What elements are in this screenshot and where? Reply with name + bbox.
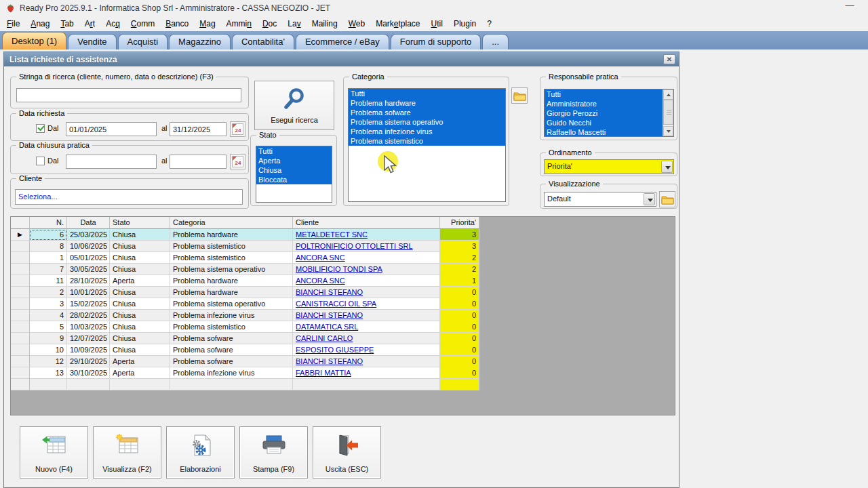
menu-tab[interactable]: Tab <box>55 18 79 30</box>
client-link[interactable]: BIANCHI STEFANO <box>296 357 363 365</box>
cell-cliente[interactable]: ANCORA SNC <box>293 252 440 264</box>
responsabile-listbox[interactable]: TuttiAmministratoreGiorgio PerozziGuido … <box>544 89 674 137</box>
menu-marketplace[interactable]: Marketplace <box>370 18 425 30</box>
row-selector-cell[interactable] <box>11 298 30 310</box>
column-header-priorita[interactable]: Priorita' <box>440 217 479 229</box>
esegui-ricerca-button[interactable]: Esegui ricerca <box>254 81 334 130</box>
stato-listbox[interactable]: TuttiApertaChiusaBloccata <box>256 146 332 203</box>
menu-util[interactable]: Util <box>426 18 448 30</box>
visualizza-f2-button[interactable]: Visualizza (F2) <box>93 426 161 479</box>
ordinamento-combobox[interactable]: Priorita' <box>544 159 674 174</box>
responsabile-option[interactable]: Giorgio Perozzi <box>545 108 663 118</box>
current-row-marker-icon[interactable]: ▶ <box>11 229 30 241</box>
scrollbar-thumb[interactable] <box>663 100 673 125</box>
categoria-option[interactable]: Problema sistema operativo <box>349 117 505 127</box>
table-row[interactable]: 315/02/2025ChiusaProblema sistema operat… <box>11 298 675 310</box>
scroll-down-icon[interactable] <box>663 126 673 136</box>
close-icon[interactable]: ✕ <box>663 54 675 64</box>
close-date-to-input[interactable] <box>170 155 226 169</box>
chevron-down-icon[interactable] <box>661 161 673 173</box>
client-select-field[interactable]: Seleziona... <box>15 189 243 205</box>
menu-mag[interactable]: Mag <box>194 18 220 30</box>
stato-option[interactable]: Tutti <box>256 146 332 156</box>
table-row[interactable]: 105/01/2025ChiusaProblema sistemisticoAN… <box>11 252 675 264</box>
nuovo-f4-button[interactable]: Nuovo (F4) <box>20 426 88 479</box>
requests-table[interactable]: N.DataStatoCategoriaClientePriorita'▶625… <box>10 216 675 415</box>
categoria-option[interactable]: Problema sistemistico <box>349 136 505 146</box>
cell-cliente[interactable]: ESPOSITO GIUSEPPE <box>293 344 440 356</box>
chevron-down-icon[interactable] <box>644 193 655 205</box>
tab-forum-di-supporto[interactable]: Forum di supporto <box>391 34 481 49</box>
row-selector-cell[interactable] <box>11 241 30 252</box>
cell-cliente[interactable]: FABBRI MATTIA <box>293 367 440 379</box>
categoria-option[interactable]: Problema infezione virus <box>349 127 505 136</box>
row-selector-cell[interactable] <box>11 344 30 356</box>
client-link[interactable]: ANCORA SNC <box>296 277 345 285</box>
menu-file[interactable]: File <box>1 18 25 30</box>
client-link[interactable]: METALDETECT SNC <box>296 230 368 239</box>
categoria-option[interactable]: Tutti <box>349 89 505 98</box>
row-selector-cell[interactable] <box>11 379 30 390</box>
client-link[interactable]: POLTRONIFICIO OTTOLETTI SRL <box>296 242 413 250</box>
table-row[interactable]: 730/05/2025ChiusaProblema sistema operat… <box>11 264 675 275</box>
visualizzazione-combobox[interactable]: Default <box>544 192 656 207</box>
row-selector-cell[interactable] <box>11 310 30 321</box>
request-date-from-input[interactable] <box>66 122 157 136</box>
responsabile-scrollbar[interactable] <box>663 89 673 136</box>
visualizzazione-folder-icon[interactable] <box>659 191 675 207</box>
row-selector-cell[interactable] <box>11 264 30 275</box>
close-date-calendar-icon[interactable]: 24 <box>230 154 245 169</box>
responsabile-option[interactable]: Raffaello Mascetti <box>545 127 663 137</box>
stato-option[interactable]: Chiusa <box>256 165 332 175</box>
menu-lav[interactable]: Lav <box>282 18 306 30</box>
tab-magazzino[interactable]: Magazzino <box>169 34 231 49</box>
table-row[interactable]: 912/07/2025ChiusaProblema sofwareCARLINI… <box>11 333 675 344</box>
tab-more[interactable]: ... <box>482 34 509 49</box>
dialog-titlebar[interactable]: Lista richieste di assistenza ✕ <box>4 52 679 66</box>
column-header-data[interactable]: Data <box>67 217 110 229</box>
responsabile-option[interactable]: Guido Necchi <box>545 118 663 127</box>
client-link[interactable]: BIANCHI STEFANO <box>296 311 363 319</box>
client-link[interactable]: ANCORA SNC <box>296 253 345 262</box>
minimize-button[interactable]: — <box>840 0 860 14</box>
client-link[interactable]: BIANCHI STEFANO <box>296 288 363 296</box>
menu-help[interactable]: ? <box>481 18 497 30</box>
table-row[interactable]: ▶625/03/2025ChiusaProblema hardwareMETAL… <box>11 229 675 241</box>
row-selector-cell[interactable] <box>11 367 30 379</box>
cell-cliente[interactable]: CANISTRACCI OIL SPA <box>293 298 440 310</box>
table-row[interactable]: 1128/10/2025ApertaProblema hardwareANCOR… <box>11 275 675 287</box>
request-date-calendar-icon[interactable]: 24 <box>230 121 245 137</box>
categoria-folder-icon[interactable] <box>511 87 528 104</box>
column-header-n[interactable]: N. <box>30 217 67 229</box>
cell-cliente[interactable]: DATAMATICA SRL <box>293 321 440 333</box>
cell-cliente[interactable]: CARLINI CARLO <box>293 333 440 344</box>
stato-option[interactable]: Aperta <box>256 156 332 165</box>
menu-comm[interactable]: Comm <box>125 18 160 30</box>
table-row[interactable]: 1229/10/2025ApertaProblema sofwareBIANCH… <box>11 356 675 367</box>
menu-web[interactable]: Web <box>343 18 370 30</box>
uscita-esc-button[interactable]: Uscita (ESC) <box>313 426 381 479</box>
cell-cliente[interactable]: BIANCHI STEFANO <box>293 310 440 321</box>
column-header-stato[interactable]: Stato <box>110 217 170 229</box>
menu-anag[interactable]: Anag <box>25 18 55 30</box>
close-date-dal-checkbox[interactable] <box>36 157 45 165</box>
menu-mailing[interactable]: Mailing <box>307 18 343 30</box>
stampa-f9-button[interactable]: Stampa (F9) <box>239 426 308 479</box>
client-link[interactable]: FABBRI MATTIA <box>296 369 351 377</box>
table-row[interactable]: 510/03/2025ChiusaProblema sistemisticoDA… <box>11 321 675 333</box>
row-selector-cell[interactable] <box>11 333 30 344</box>
row-selector-cell[interactable] <box>11 252 30 264</box>
client-link[interactable]: DATAMATICA SRL <box>296 323 358 331</box>
responsabile-option[interactable]: Amministratore <box>545 99 663 108</box>
close-date-from-input[interactable] <box>66 155 157 169</box>
row-selector-cell[interactable] <box>11 321 30 333</box>
responsabile-option[interactable]: Tutti <box>545 89 663 99</box>
menu-art[interactable]: Art <box>79 18 100 30</box>
menu-banco[interactable]: Banco <box>160 18 194 30</box>
scroll-up-icon[interactable] <box>663 89 673 100</box>
tab-ecommerce-ebay[interactable]: Ecommerce / eBay <box>296 34 389 49</box>
row-selector-cell[interactable] <box>11 287 30 298</box>
table-empty-row[interactable] <box>11 379 675 390</box>
stato-option[interactable]: Bloccata <box>256 175 332 184</box>
cell-cliente[interactable]: BIANCHI STEFANO <box>293 287 440 298</box>
